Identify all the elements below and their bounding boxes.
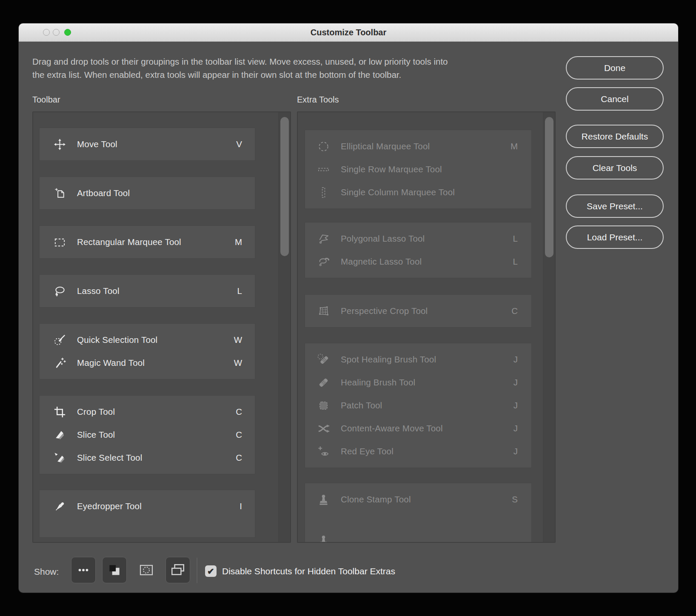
spot-healing-brush-icon (317, 353, 330, 366)
extra-tools-scrollbar-track[interactable] (543, 112, 555, 542)
toolbar-list-panel: Move Tool V Artboard Tool Rectangular Ma… (32, 111, 291, 543)
tool-label: Eyedropper Tool (77, 501, 240, 511)
tool-label: Perspective Crop Tool (341, 306, 511, 316)
clipped-stamp-icon (317, 534, 330, 543)
tool-label: Red Eye Tool (341, 446, 513, 456)
customize-toolbar-dialog: Customize Toolbar Drag and drop tools or… (19, 23, 678, 593)
tool-shortcut: L (513, 234, 518, 244)
save-preset-button[interactable]: Save Preset... (566, 194, 664, 218)
clear-tools-button[interactable]: Clear Tools (566, 156, 664, 180)
toolbar-scrollbar-thumb[interactable] (280, 117, 289, 256)
tool-row-magic-wand[interactable]: Magic Wand Tool W (40, 351, 255, 374)
tool-shortcut: V (236, 139, 242, 149)
tool-row-spot-healing-brush[interactable]: Spot Healing Brush Tool J (305, 348, 531, 371)
tool-label: Crop Tool (77, 407, 236, 417)
slice-select-icon (53, 451, 66, 465)
patch-icon (317, 399, 330, 412)
foreground-background-colors-icon (106, 562, 123, 578)
tool-shortcut: L (237, 286, 242, 296)
tool-shortcut: M (511, 141, 518, 151)
tool-shortcut: S (512, 494, 518, 505)
red-eye-icon (317, 445, 330, 458)
tool-row-quick-selection[interactable]: Quick Selection Tool W (40, 328, 255, 351)
tool-row-content-aware-move[interactable]: Content-Aware Move Tool J (305, 417, 531, 440)
tool-shortcut: J (513, 400, 518, 411)
tool-label: Single Row Marquee Tool (341, 164, 518, 174)
tool-shortcut: I (240, 501, 242, 511)
tool-row-clone-stamp[interactable]: Clone Stamp Tool S (305, 488, 531, 511)
tool-group: Crop Tool C Slice Tool C Slice Select To… (39, 395, 255, 474)
tool-shortcut: J (513, 446, 518, 456)
elliptical-marquee-icon (317, 140, 330, 153)
done-button[interactable]: Done (566, 56, 664, 80)
tool-group: Lasso Tool L (39, 274, 255, 308)
tool-row-elliptical-marquee[interactable]: Elliptical Marquee Tool M (305, 135, 531, 158)
quick-selection-icon (53, 334, 66, 347)
tool-group: Move Tool V (39, 128, 255, 161)
tool-row-healing-brush[interactable]: Healing Brush Tool J (305, 371, 531, 394)
tool-label: Single Column Marquee Tool (341, 187, 518, 197)
title-bar[interactable]: Customize Toolbar (19, 23, 678, 42)
tool-label: Slice Select Tool (77, 453, 236, 463)
tool-label: Patch Tool (341, 400, 513, 411)
tool-row-artboard[interactable]: Artboard Tool (40, 182, 255, 205)
footer-divider (197, 558, 197, 583)
crop-icon (53, 405, 66, 419)
extra-tools-section-label: Extra Tools (297, 95, 339, 105)
tool-row-eyedropper[interactable]: Eyedropper Tool I (40, 495, 255, 518)
perspective-crop-icon (317, 305, 330, 318)
tool-group: Elliptical Marquee Tool M Single Row Mar… (305, 130, 532, 209)
healing-brush-icon (317, 376, 330, 389)
tool-row-move[interactable]: Move Tool V (40, 133, 255, 156)
tool-row-patch[interactable]: Patch Tool J (305, 394, 531, 417)
single-column-marquee-icon (317, 186, 330, 199)
load-preset-button[interactable]: Load Preset... (566, 225, 664, 249)
tool-shortcut: J (513, 354, 518, 365)
tool-group: Clone Stamp Tool S (305, 483, 532, 543)
tool-row-magnetic-lasso[interactable]: Magnetic Lasso Tool L (305, 250, 531, 273)
tool-row-single-row-marquee[interactable]: Single Row Marquee Tool (305, 158, 531, 181)
disable-shortcuts-label[interactable]: Disable Shortcuts for Hidden Toolbar Ext… (222, 565, 395, 577)
artboard-icon (53, 187, 66, 200)
extra-tools-list-panel: Elliptical Marquee Tool M Single Row Mar… (297, 111, 556, 543)
tool-label: Move Tool (77, 139, 236, 149)
cancel-button[interactable]: Cancel (566, 87, 664, 111)
tool-shortcut: W (234, 335, 242, 345)
tool-label: Rectangular Marquee Tool (77, 237, 235, 247)
tool-row-red-eye[interactable]: Red Eye Tool J (305, 440, 531, 463)
tool-shortcut: M (235, 237, 242, 247)
tool-group: Perspective Crop Tool C (305, 294, 532, 328)
tool-row-rectangular-marquee[interactable]: Rectangular Marquee Tool M (40, 231, 255, 254)
show-quick-mask-toggle[interactable] (136, 557, 157, 583)
screen: Customize Toolbar Drag and drop tools or… (0, 0, 696, 616)
tool-row-perspective-crop[interactable]: Perspective Crop Tool C (305, 299, 531, 322)
toolbar-scrollbar-track[interactable] (278, 112, 290, 542)
rectangular-marquee-icon (53, 236, 66, 249)
tool-shortcut: J (513, 377, 518, 388)
tool-group: Spot Healing Brush Tool J Healing Brush … (305, 343, 532, 468)
disable-shortcuts-checkbox[interactable]: ✔ (205, 565, 217, 577)
eyedropper-icon (53, 500, 66, 513)
clone-stamp-icon (317, 493, 330, 506)
tool-shortcut: C (236, 407, 242, 417)
quick-mask-mode-icon (139, 562, 154, 578)
tool-row-crop[interactable]: Crop Tool C (40, 400, 255, 423)
show-screen-mode-toggle[interactable] (165, 557, 190, 583)
tool-row-polygonal-lasso[interactable]: Polygonal Lasso Tool L (305, 227, 531, 250)
tool-shortcut: J (513, 423, 518, 433)
show-color-controls-toggle[interactable] (102, 557, 127, 583)
extra-tools-scrollbar-thumb[interactable] (545, 117, 553, 257)
tool-shortcut: C (511, 306, 518, 316)
lasso-icon (53, 285, 66, 298)
restore-defaults-button[interactable]: Restore Defaults (566, 125, 664, 148)
tool-row-single-column-marquee[interactable]: Single Column Marquee Tool (305, 181, 531, 204)
dialog-description: Drag and drop tools or their groupings i… (32, 55, 541, 81)
ellipsis-icon (75, 562, 91, 578)
tool-shortcut: C (236, 430, 242, 440)
show-edit-toolbar-toggle[interactable] (71, 557, 96, 583)
tool-label: Quick Selection Tool (77, 335, 234, 345)
tool-row-lasso[interactable]: Lasso Tool L (40, 279, 255, 302)
tool-row-slice[interactable]: Slice Tool C (40, 423, 255, 446)
tool-label: Healing Brush Tool (341, 377, 513, 388)
tool-row-slice-select[interactable]: Slice Select Tool C (40, 446, 255, 469)
